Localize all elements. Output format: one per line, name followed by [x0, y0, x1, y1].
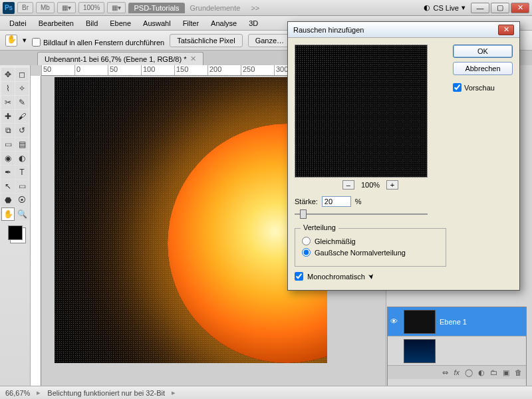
strength-label: Stärke: — [295, 198, 318, 205]
menu-bild[interactable]: Bild — [80, 18, 103, 29]
menu-datei[interactable]: Datei — [4, 18, 32, 29]
dodge-tool[interactable]: ◐ — [15, 152, 29, 165]
dialog-close-icon[interactable]: ✕ — [498, 25, 514, 35]
minibridge-button[interactable]: Mb — [36, 2, 55, 13]
zoom-in-button[interactable]: + — [386, 180, 398, 190]
status-zoom[interactable]: 66,67% — [5, 389, 30, 397]
layers-panel: 👁 Ebene 1 ⇔ fx ◯ ◐ 🗀 ▣ 🗑 — [387, 307, 527, 396]
folder-icon[interactable]: 🗀 — [490, 368, 497, 376]
gaussian-radio[interactable]: Gaußsche Normalverteilung — [302, 248, 439, 257]
window-maximize[interactable]: ▢ — [491, 3, 509, 13]
layer-thumbnail[interactable] — [404, 339, 436, 363]
window-close[interactable]: ✕ — [511, 3, 529, 13]
fit-screen-button[interactable]: Ganze… — [248, 34, 291, 47]
marquee-tool[interactable]: ◻ — [15, 68, 29, 81]
link-layers-icon[interactable]: ⇔ — [442, 368, 448, 377]
adjustment-icon[interactable]: ◐ — [478, 368, 485, 377]
view-extras[interactable]: ▦▾ — [107, 2, 126, 13]
bridge-button[interactable]: Br — [17, 2, 33, 13]
add-noise-dialog: Rauschen hinzufügen ✕ – 100% + Stärke: %… — [287, 21, 520, 291]
mask-icon[interactable]: ◯ — [465, 368, 473, 377]
wand-tool[interactable]: ✧ — [15, 82, 29, 95]
zoom-out-button[interactable]: – — [342, 180, 354, 190]
preview-zoom: 100% — [361, 181, 380, 189]
cslive[interactable]: ◐ CS Live ▾ — [424, 3, 466, 12]
layer-row[interactable] — [388, 336, 526, 366]
toolbox: ✥◻ ⌇✧ ✂✎ ✚🖌 ⧉↺ ▭▤ ◉◐ ✒T ↖▭ ⬣⦿ ✋🔍 — [0, 65, 31, 386]
eraser-tool[interactable]: ▭ — [1, 138, 15, 151]
pen-tool[interactable]: ✒ — [1, 166, 15, 179]
canvas[interactable] — [55, 77, 327, 363]
ok-button[interactable]: OK — [453, 45, 513, 58]
menu-ebene[interactable]: Ebene — [104, 18, 136, 29]
actual-pixels-button[interactable]: Tatsächliche Pixel — [170, 34, 242, 47]
layer-panel-footer: ⇔ fx ◯ ◐ 🗀 ▣ 🗑 — [388, 366, 526, 379]
brush-tool[interactable]: 🖌 — [15, 110, 29, 123]
strength-input[interactable] — [322, 196, 351, 207]
new-layer-icon[interactable]: ▣ — [503, 368, 509, 377]
distribution-group: Verteilung Gleichmäßig Gaußsche Normalve… — [295, 228, 446, 267]
document-tab-title: Unbenannt-1 bei 66,7% (Ebene 1, RGB/8) * — [45, 55, 186, 63]
link-more[interactable]: >> — [245, 3, 265, 13]
shape-tool[interactable]: ▭ — [15, 180, 29, 193]
menu-filter[interactable]: Filter — [178, 18, 204, 29]
eyedropper-tool[interactable]: ✎ — [15, 96, 29, 109]
uniform-radio[interactable]: Gleichmäßig — [302, 237, 439, 245]
percent-label: % — [355, 198, 362, 205]
layer-row-selected[interactable]: 👁 Ebene 1 — [388, 307, 526, 336]
hand-tool-icon[interactable] — [5, 35, 17, 47]
path-tool[interactable]: ↖ — [1, 180, 15, 193]
scroll-all-windows-checkbox[interactable]: Bildlauf in allen Fenstern durchführen — [32, 38, 164, 47]
3d-tool[interactable]: ⬣ — [1, 194, 15, 207]
photoshop-icon: Ps — [3, 2, 15, 14]
group-legend: Verteilung — [301, 223, 338, 231]
screenmode-button[interactable]: ▦▾ — [57, 2, 76, 13]
monochromatic-checkbox[interactable]: Monochromatisch — [295, 272, 446, 281]
fx-icon[interactable]: fx — [454, 368, 460, 376]
status-hint: Belichtung funktioniert nur bei 32-Bit — [47, 389, 165, 397]
history-brush-tool[interactable]: ↺ — [15, 124, 29, 137]
visibility-icon[interactable] — [390, 346, 400, 356]
stamp-tool[interactable]: ⧉ — [1, 124, 15, 137]
cancel-button[interactable]: Abbrechen — [453, 62, 513, 75]
layer-thumbnail[interactable] — [404, 310, 436, 334]
zoom-tool[interactable]: 🔍 — [15, 207, 29, 221]
close-icon[interactable]: ✕ — [190, 55, 196, 63]
menu-analyse[interactable]: Analyse — [205, 18, 242, 29]
lasso-tool[interactable]: ⌇ — [1, 82, 15, 95]
noise-preview[interactable] — [295, 45, 428, 178]
heal-tool[interactable]: ✚ — [1, 110, 15, 123]
type-tool[interactable]: T — [15, 166, 29, 179]
link-tutorials[interactable]: PSD-Tutorials — [128, 3, 184, 13]
visibility-icon[interactable]: 👁 — [390, 317, 400, 327]
menu-3d[interactable]: 3D — [243, 18, 263, 29]
link-grundelemente[interactable]: Grundelemente — [185, 3, 246, 13]
strength-slider[interactable] — [295, 208, 428, 220]
status-bar: 66,67% ▸ Belichtung funktioniert nur bei… — [0, 386, 532, 399]
dialog-titlebar[interactable]: Rauschen hinzufügen ✕ — [288, 22, 519, 38]
crop-tool[interactable]: ✂ — [1, 96, 15, 109]
app-titlebar: Ps Br Mb ▦▾ 100% ▦▾ PSD-Tutorials Grunde… — [0, 0, 532, 16]
dialog-title: Rauschen hinzufügen — [293, 26, 364, 34]
window-minimize[interactable]: — — [471, 3, 489, 13]
zoom-level[interactable]: 100% — [78, 2, 105, 13]
3d-camera-tool[interactable]: ⦿ — [15, 194, 29, 207]
document-tab[interactable]: Unbenannt-1 bei 66,7% (Ebene 1, RGB/8) *… — [37, 52, 203, 65]
trash-icon[interactable]: 🗑 — [515, 368, 522, 376]
layer-name: Ebene 1 — [440, 318, 467, 326]
menu-auswahl[interactable]: Auswahl — [138, 18, 176, 29]
menu-bearbeiten[interactable]: Bearbeiten — [33, 18, 79, 29]
blur-tool[interactable]: ◉ — [1, 152, 15, 165]
gradient-tool[interactable]: ▤ — [15, 138, 29, 151]
move-tool[interactable]: ✥ — [1, 68, 15, 81]
ruler-vertical — [31, 76, 41, 386]
preview-checkbox[interactable]: Vorschau — [453, 83, 513, 92]
hand-tool[interactable]: ✋ — [1, 207, 15, 221]
color-swatches[interactable] — [8, 225, 23, 240]
